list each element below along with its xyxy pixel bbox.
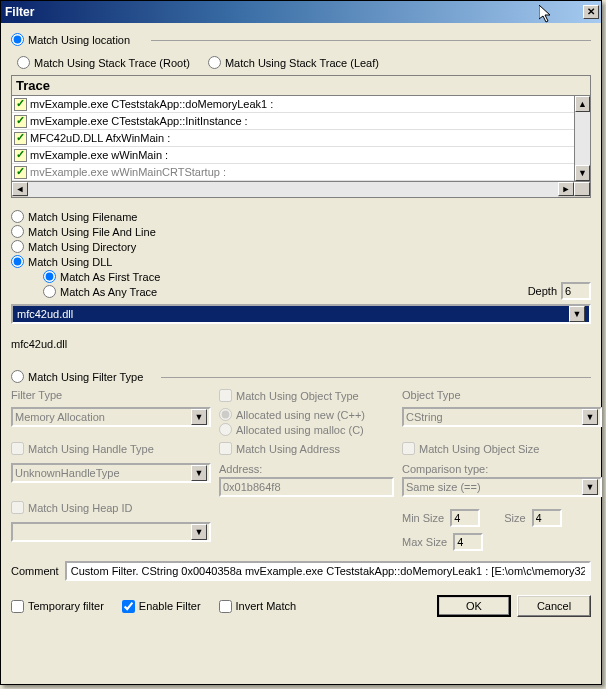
match-fileline-radio[interactable]	[11, 225, 24, 238]
temporary-filter-checkbox[interactable]	[11, 600, 24, 613]
max-size-label: Max Size	[402, 536, 447, 548]
match-first-trace-label: Match As First Trace	[60, 271, 160, 283]
filter-dialog: Filter ✕ Match Using location Match Usin…	[0, 0, 602, 685]
trace-checkbox[interactable]	[14, 132, 27, 145]
match-filter-type-label: Match Using Filter Type	[28, 371, 143, 383]
match-location-radio[interactable]	[11, 33, 24, 46]
trace-item[interactable]: mvExample.exe wWinMainCRTStartup :	[12, 164, 590, 181]
size-label: Size	[504, 512, 525, 524]
handle-type-checkbox	[11, 442, 24, 455]
object-type-label: Object Type	[402, 389, 602, 401]
max-size-field	[453, 533, 483, 551]
stack-root-radio[interactable]	[17, 56, 30, 69]
address-checkbox	[219, 442, 232, 455]
comparison-combo: Same size (==)▼	[402, 477, 602, 497]
address-field: 0x01b864f8	[219, 477, 394, 497]
enable-filter-checkbox[interactable]	[122, 600, 135, 613]
dialog-content: Match Using location Match Using Stack T…	[1, 23, 601, 625]
chevron-down-icon: ▼	[582, 479, 598, 495]
match-fileline-label: Match Using File And Line	[28, 226, 156, 238]
object-type-combo: CString▼	[402, 407, 602, 427]
scroll-left-icon[interactable]: ◄	[12, 182, 28, 196]
filter-type-combo: Memory Allocation▼	[11, 407, 211, 427]
stack-leaf-label: Match Using Stack Trace (Leaf)	[225, 57, 379, 69]
stack-leaf-radio[interactable]	[208, 56, 221, 69]
titlebar: Filter ✕	[1, 1, 601, 23]
invert-match-checkbox[interactable]	[219, 600, 232, 613]
invert-match-label: Invert Match	[236, 600, 297, 612]
chevron-down-icon: ▼	[191, 524, 207, 540]
trace-item-label: MFC42uD.DLL AfxWinMain :	[30, 132, 170, 144]
trace-checkbox[interactable]	[14, 166, 27, 179]
trace-checkbox[interactable]	[14, 98, 27, 111]
dll-combo-value: mfc42ud.dll	[17, 308, 73, 320]
obj-size-checkbox	[402, 442, 415, 455]
trace-list[interactable]: mvExample.exe CTeststakApp::doMemoryLeak…	[11, 96, 591, 182]
alloc-new-radio	[219, 408, 232, 421]
filter-type-section: Filter Type Memory Allocation▼ Match Usi…	[11, 389, 591, 551]
depth-field[interactable]	[561, 282, 591, 300]
trace-box: Trace mvExample.exe CTeststakApp::doMemo…	[11, 75, 591, 198]
match-dll-label: Match Using DLL	[28, 256, 112, 268]
match-filename-radio[interactable]	[11, 210, 24, 223]
trace-header-label: Trace	[16, 78, 50, 93]
scroll-down-icon[interactable]: ▼	[575, 165, 590, 181]
ok-button[interactable]: OK	[437, 595, 511, 617]
match-filter-type-radio[interactable]	[11, 370, 24, 383]
scroll-up-icon[interactable]: ▲	[575, 96, 590, 112]
trace-checkbox[interactable]	[14, 115, 27, 128]
chevron-down-icon: ▼	[191, 465, 207, 481]
address-label: Address:	[219, 463, 394, 475]
match-dll-radio[interactable]	[11, 255, 24, 268]
match-first-trace-radio[interactable]	[43, 270, 56, 283]
chevron-down-icon: ▼	[582, 409, 598, 425]
chevron-down-icon[interactable]: ▼	[569, 306, 585, 322]
match-any-trace-radio[interactable]	[43, 285, 56, 298]
alloc-malloc-label: Allocated using malloc (C)	[236, 424, 364, 436]
handle-type-cb-label: Match Using Handle Type	[28, 443, 154, 455]
obj-type-cb-label: Match Using Object Type	[236, 390, 359, 402]
heap-id-checkbox	[11, 501, 24, 514]
temporary-filter-label: Temporary filter	[28, 600, 104, 612]
trace-item-label: mvExample.exe wWinMainCRTStartup :	[30, 166, 226, 178]
match-directory-radio[interactable]	[11, 240, 24, 253]
trace-checkbox[interactable]	[14, 149, 27, 162]
trace-scrollbar-v[interactable]: ▲ ▼	[574, 96, 590, 181]
trace-item-label: mvExample.exe wWinMain :	[30, 149, 168, 161]
dll-combo[interactable]: mfc42ud.dll ▼	[11, 304, 591, 324]
trace-item[interactable]: mvExample.exe wWinMain :	[12, 147, 590, 164]
trace-item[interactable]: mvExample.exe CTeststakApp::doMemoryLeak…	[12, 96, 590, 113]
match-location-label: Match Using location	[28, 34, 130, 46]
depth-label: Depth	[528, 285, 557, 297]
chevron-down-icon: ▼	[191, 409, 207, 425]
stack-root-label: Match Using Stack Trace (Root)	[34, 57, 190, 69]
match-filename-label: Match Using Filename	[28, 211, 137, 223]
heap-id-combo: ▼	[11, 522, 211, 542]
filter-type-label: Filter Type	[11, 389, 211, 401]
size-field	[532, 509, 562, 527]
trace-scrollbar-h[interactable]: ◄ ►	[11, 182, 591, 198]
comparison-label: Comparison type:	[402, 463, 602, 475]
scroll-right-icon[interactable]: ►	[558, 182, 574, 196]
scroll-corner	[574, 182, 590, 196]
obj-type-checkbox	[219, 389, 232, 402]
address-cb-label: Match Using Address	[236, 443, 340, 455]
handle-type-combo: UnknownHandleType▼	[11, 463, 211, 483]
comment-label: Comment	[11, 565, 59, 577]
heap-id-cb-label: Match Using Heap ID	[28, 502, 133, 514]
match-location-row: Match Using location	[11, 33, 591, 46]
trace-header[interactable]: Trace	[11, 75, 591, 96]
alloc-malloc-radio	[219, 423, 232, 436]
trace-item-label: mvExample.exe CTeststakApp::InitInstance…	[30, 115, 248, 127]
trace-item[interactable]: MFC42uD.DLL AfxWinMain :	[12, 130, 590, 147]
trace-item-label: mvExample.exe CTeststakApp::doMemoryLeak…	[30, 98, 273, 110]
trace-item[interactable]: mvExample.exe CTeststakApp::InitInstance…	[12, 113, 590, 130]
comment-field[interactable]	[65, 561, 591, 581]
close-button[interactable]: ✕	[583, 5, 599, 19]
match-any-trace-label: Match As Any Trace	[60, 286, 157, 298]
cancel-button[interactable]: Cancel	[517, 595, 591, 617]
dll-display-text: mfc42ud.dll	[11, 338, 591, 350]
alloc-new-label: Allocated using new (C++)	[236, 409, 365, 421]
min-size-field	[450, 509, 480, 527]
match-directory-label: Match Using Directory	[28, 241, 136, 253]
